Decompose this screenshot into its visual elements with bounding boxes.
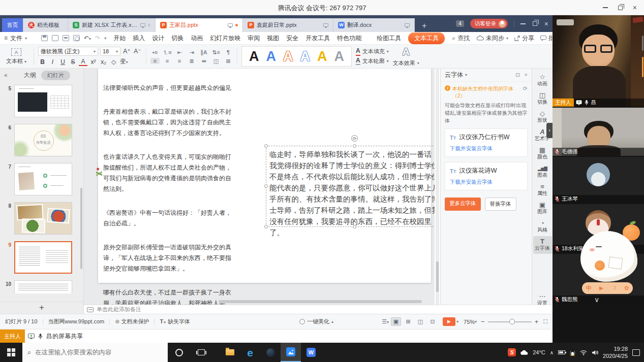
- menu-item-view[interactable]: 视图: [267, 34, 279, 43]
- slide-left-text[interactable]: 法律要倾听民众的声音，但更要超越民众的偏见 丹麦首相曾表示，戴口罩是错误的，我们…: [103, 83, 235, 305]
- decrease-font-icon[interactable]: A⁻: [133, 48, 142, 55]
- export-icon[interactable]: [52, 35, 58, 41]
- sogou-icon[interactable]: S: [508, 348, 516, 356]
- wordart-style-5[interactable]: A: [317, 50, 327, 63]
- align-center-icon[interactable]: ≡: [163, 58, 172, 64]
- menu-item-drawtools[interactable]: 绘图工具: [377, 34, 401, 43]
- wps-button[interactable]: W: [301, 343, 321, 362]
- minimize-icon[interactable]: [603, 7, 608, 8]
- missing-font-status[interactable]: T₊缺失字体: [160, 318, 190, 325]
- slideshow-play-button[interactable]: ▶: [443, 317, 455, 326]
- clear-format-icon[interactable]: ◇: [109, 58, 118, 65]
- notes-toggle-icon[interactable]: ☰▾: [382, 318, 389, 325]
- selected-textbox[interactable]: ⟳ 临走时，导师单独和我长谈了一次，他说的一番话，我觉得很好的诠释了博士学位的意…: [266, 146, 435, 227]
- expand-panel-tab[interactable]: ›: [546, 123, 553, 138]
- redo-icon[interactable]: ↷: [95, 35, 100, 42]
- vertical-scrollbar[interactable]: [436, 69, 439, 305]
- fit-screen-icon[interactable]: ⛶: [543, 318, 547, 325]
- replace-font-button[interactable]: 替换字体: [485, 198, 516, 211]
- close-icon[interactable]: ×: [544, 20, 548, 27]
- resize-handle[interactable]: [353, 225, 356, 228]
- hidden-icons-chevron[interactable]: ∧: [550, 350, 554, 355]
- taskbar-search[interactable]: ⌕: [22, 343, 168, 362]
- tencent-meeting-button[interactable]: [281, 343, 301, 362]
- wordart-style-1[interactable]: A: [249, 50, 259, 63]
- file-explorer-button[interactable]: [220, 343, 240, 362]
- menu-item-animation[interactable]: 动画: [191, 34, 203, 43]
- font-name-select[interactable]: 微软雅黑 (正文)▾: [38, 47, 98, 56]
- menu-item-review[interactable]: 审阅: [248, 34, 260, 43]
- feedback-icon[interactable]: ⊡: [515, 72, 520, 78]
- panel-scrollbar-active[interactable]: [642, 57, 643, 77]
- notes-view-icon[interactable]: ⊡: [427, 317, 438, 326]
- wordart-style-6[interactable]: A: [334, 50, 345, 63]
- download-font-link[interactable]: 下载并安装云字体: [450, 179, 523, 186]
- slide-canvas[interactable]: 法律要倾听民众的声音，但更要超越民众的偏见 丹麦首相曾表示，戴口罩是错误的，我们…: [84, 69, 435, 305]
- tab-xlsx[interactable]: S 新建 XLSX 工作表.xlsx: [68, 18, 156, 32]
- task-view-button[interactable]: [190, 343, 212, 362]
- resize-handle[interactable]: [264, 144, 268, 148]
- underline-icon[interactable]: U: [58, 58, 67, 65]
- zoom-in-icon[interactable]: +: [535, 318, 539, 325]
- play-options-icon[interactable]: ▾: [456, 319, 458, 324]
- slide-9-thumb-selected[interactable]: [14, 241, 72, 274]
- menu-item-start[interactable]: 开始: [113, 34, 126, 43]
- zoom-out-icon[interactable]: −: [481, 318, 485, 325]
- weather-icon[interactable]: [520, 350, 528, 355]
- app-button[interactable]: [260, 343, 281, 362]
- video-tile[interactable]: 王冰琴: [553, 157, 644, 203]
- font-size-select[interactable]: 18▾: [100, 47, 120, 56]
- refresh-icon[interactable]: ⟳: [523, 85, 528, 92]
- collapse-panel-icon[interactable]: «: [4, 72, 8, 79]
- textbox-text[interactable]: 临走时，导师单独和我长谈了一次，他说的一番话，我觉得很好的诠释了博士学位的意义：…: [269, 149, 435, 238]
- guest-login-button[interactable]: 访客登录: [470, 19, 508, 28]
- close-panel-icon[interactable]: ×: [525, 72, 528, 78]
- notes-bar[interactable]: 单击此处添加备注: [84, 305, 553, 314]
- rail-gallery[interactable]: ▣图库: [533, 200, 552, 217]
- text-outline-button[interactable]: A文本轮廓▾: [356, 57, 389, 65]
- strikethrough-icon[interactable]: S: [69, 58, 77, 65]
- battery-icon[interactable]: [558, 350, 565, 354]
- tab-pptx-active[interactable]: P 王家昌.pptx: [156, 18, 243, 32]
- wordart-style-2[interactable]: A: [266, 50, 277, 63]
- text-direction-icon[interactable]: ∥A: [199, 49, 208, 56]
- resize-handle[interactable]: [264, 184, 268, 188]
- wifi-icon[interactable]: [580, 350, 587, 355]
- bullet-list-icon[interactable]: •≡: [150, 49, 160, 55]
- protect-status[interactable]: ⊗文档未保护: [115, 318, 149, 325]
- justify-icon[interactable]: ≣: [187, 58, 196, 64]
- current-slide[interactable]: 法律要倾听民众的声音，但更要超越民众的偏见 丹麦首相曾表示，戴口罩是错误的，我们…: [98, 69, 431, 283]
- columns-icon[interactable]: ◫: [211, 58, 221, 64]
- panel-scrollbar[interactable]: [642, 36, 643, 51]
- print-icon[interactable]: [63, 35, 69, 41]
- download-font-link[interactable]: 下载并安装云字体: [450, 145, 523, 152]
- minimize-icon[interactable]: [520, 23, 526, 24]
- file-menu[interactable]: ≡文件▾: [4, 34, 27, 43]
- pinyin-icon[interactable]: 变▾: [119, 57, 128, 66]
- rotate-handle[interactable]: ⟳: [351, 135, 358, 142]
- reading-view-icon[interactable]: ◫: [415, 317, 425, 326]
- paragraph-settings-icon[interactable]: ¶: [224, 49, 233, 55]
- cortana-button[interactable]: [168, 343, 190, 362]
- slide-5-thumb[interactable]: [14, 85, 72, 117]
- print-preview-icon[interactable]: [73, 35, 80, 41]
- video-tile[interactable]: 毛德强: [553, 108, 644, 156]
- share-button[interactable]: 分享: [514, 34, 534, 43]
- horizontal-scrollbar[interactable]: [219, 300, 422, 303]
- save-icon[interactable]: [41, 35, 48, 41]
- italic-icon[interactable]: I: [48, 58, 57, 65]
- rail-properties[interactable]: ≡属性: [533, 181, 552, 199]
- rail-cloudfonts-selected[interactable]: T云字体: [533, 236, 552, 254]
- resize-handle[interactable]: [353, 144, 356, 148]
- sync-status[interactable]: 未同步▾: [477, 34, 508, 43]
- rail-transition[interactable]: ◫切换: [533, 90, 552, 108]
- temperature[interactable]: 24°C: [533, 349, 545, 355]
- superscript-icon[interactable]: x²: [89, 58, 98, 65]
- volume-icon[interactable]: [592, 350, 598, 355]
- text-fill-button[interactable]: A文本填充▾: [356, 48, 389, 55]
- find-button[interactable]: ⌕查找: [452, 34, 470, 43]
- edge-button[interactable]: e: [240, 343, 260, 362]
- distribute-icon[interactable]: ⇹: [199, 58, 208, 64]
- wordart-style-3[interactable]: A: [283, 50, 293, 63]
- rail-colors[interactable]: ▦颜色: [533, 145, 552, 162]
